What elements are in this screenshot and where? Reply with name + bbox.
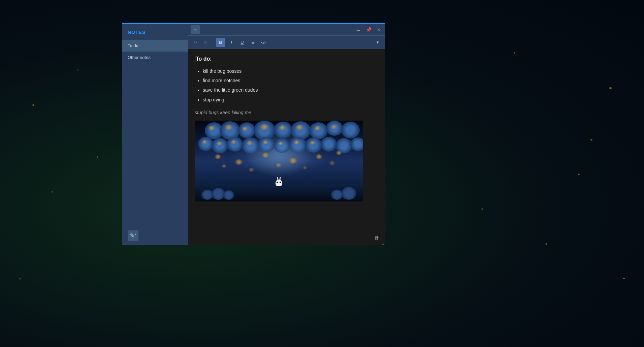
more-formatting-button[interactable]: ▾ [373,38,382,47]
list-item: find more notches [203,77,378,84]
toolbar-right-icons: ☁ 📌 ✕ [354,26,382,33]
new-note-button[interactable]: ✎+ [128,230,138,241]
sidebar-item-other-label: Other notes [128,55,151,60]
trash-icon: 🗑 [374,235,380,241]
app-window-inner: NOTES To do: Other notes ✎+ « [122,24,385,245]
note-content-area[interactable]: To do: kill the bug bosses find more not… [188,49,385,245]
resize-icon: ⊿ [382,242,384,245]
sidebar: NOTES To do: Other notes ✎+ [122,24,188,245]
italic-text: stupid bugs keep killing me [195,110,251,115]
bold-icon: B [219,40,222,45]
list-item: kill the bug bosses [203,67,378,75]
undo-icon: ↺ [194,40,197,45]
list-item-text-3: save the little green dudes [203,87,258,93]
close-button[interactable]: ✕ [376,26,382,33]
app-window: NOTES To do: Other notes ✎+ « [122,23,385,245]
list-item-text-4: stop dying [203,97,224,102]
redo-button[interactable]: ↻ [201,38,210,47]
sidebar-item-other[interactable]: Other notes [122,52,188,63]
sidebar-item-todo-label: To do: [128,43,139,48]
resize-handle[interactable]: ⊿ [381,241,385,245]
undo-button[interactable]: ↺ [191,38,200,47]
note-list: kill the bug bosses find more notches sa… [195,67,378,104]
collapse-icon: « [194,27,196,32]
undo-redo-group: ↺ ↻ [191,38,210,47]
strikethrough-icon: S [252,40,255,45]
delete-image-button[interactable]: 🗑 [374,235,380,241]
toolbar-top: « ☁ 📌 ✕ [188,24,385,36]
pin-button[interactable]: 📌 [364,26,373,33]
strikethrough-button[interactable]: S [248,38,258,47]
italic-icon: I [231,40,232,45]
note-title-text: To do: [196,55,212,63]
list-item: save the little green dudes [203,86,378,94]
toolbar-format: ↺ ↻ B I U S [188,36,385,49]
list-item-text-2: find more notches [203,78,240,83]
note-embedded-image [195,121,363,201]
toolbar-separator [213,39,213,46]
cloud-sync-button[interactable]: ☁ [354,26,362,33]
code-button[interactable]: </> [259,38,268,47]
note-italic-paragraph: stupid bugs keep killing me [195,109,378,116]
close-icon: ✕ [377,27,381,32]
redo-icon: ↻ [204,40,207,45]
sidebar-footer: ✎+ [122,226,188,245]
top-accent-line [122,24,385,24]
list-item-text-1: kill the bug bosses [203,68,242,74]
note-title: To do: [195,55,378,63]
underline-button[interactable]: U [237,38,247,47]
dropdown-icon: ▾ [377,40,379,45]
list-item: stop dying [203,96,378,103]
collapse-button[interactable]: « [191,25,200,34]
bottom-creatures [195,181,363,201]
underline-icon: U [240,40,244,45]
text-cursor [195,56,195,62]
bold-button[interactable]: B [216,38,225,47]
italic-button[interactable]: I [227,38,236,47]
sidebar-title: NOTES [122,24,188,40]
new-note-icon: ✎+ [130,232,136,240]
sidebar-item-todo[interactable]: To do: [122,40,188,52]
editor-panel: « ☁ 📌 ✕ ↺ [188,24,385,245]
pin-icon: 📌 [366,27,372,32]
code-icon: </> [261,40,266,44]
cloud-icon: ☁ [356,27,360,32]
